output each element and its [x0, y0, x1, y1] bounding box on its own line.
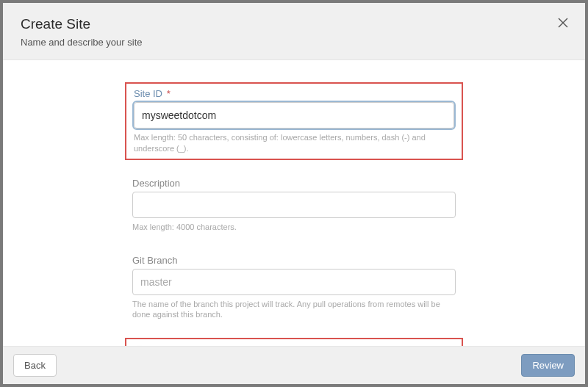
page-subtitle: Name and describe your site	[21, 37, 567, 48]
required-indicator: *	[167, 88, 171, 99]
form: Site ID * Max length: 50 characters, con…	[125, 82, 463, 346]
description-help: Max length: 4000 characters.	[132, 222, 456, 233]
create-site-modal: Create Site Name and describe your site …	[3, 3, 585, 384]
site-id-input[interactable]	[134, 102, 454, 129]
push-remote-row: Push the site to a remote Git repository…	[125, 338, 463, 346]
site-id-group: Site ID * Max length: 50 characters, con…	[125, 82, 463, 160]
site-id-label-text: Site ID	[134, 88, 162, 99]
git-branch-input[interactable]	[132, 269, 456, 295]
git-branch-label: Git Branch	[132, 255, 456, 266]
site-id-help: Max length: 50 characters, consisting of…	[134, 132, 454, 154]
close-button[interactable]	[556, 16, 570, 31]
modal-footer: Back Review	[3, 346, 585, 384]
git-branch-group: Git Branch The name of the branch this p…	[125, 250, 463, 325]
description-input[interactable]	[132, 192, 456, 218]
back-button[interactable]: Back	[13, 354, 57, 377]
modal-body: Site ID * Max length: 50 characters, con…	[3, 60, 585, 346]
site-id-label: Site ID *	[134, 88, 454, 99]
review-button[interactable]: Review	[521, 354, 575, 377]
close-icon	[558, 18, 568, 28]
modal-header: Create Site Name and describe your site	[3, 3, 585, 60]
description-group: Description Max length: 4000 characters.	[125, 173, 463, 237]
page-title: Create Site	[21, 16, 567, 32]
git-branch-help: The name of the branch this project will…	[132, 299, 456, 321]
description-label: Description	[132, 178, 456, 189]
